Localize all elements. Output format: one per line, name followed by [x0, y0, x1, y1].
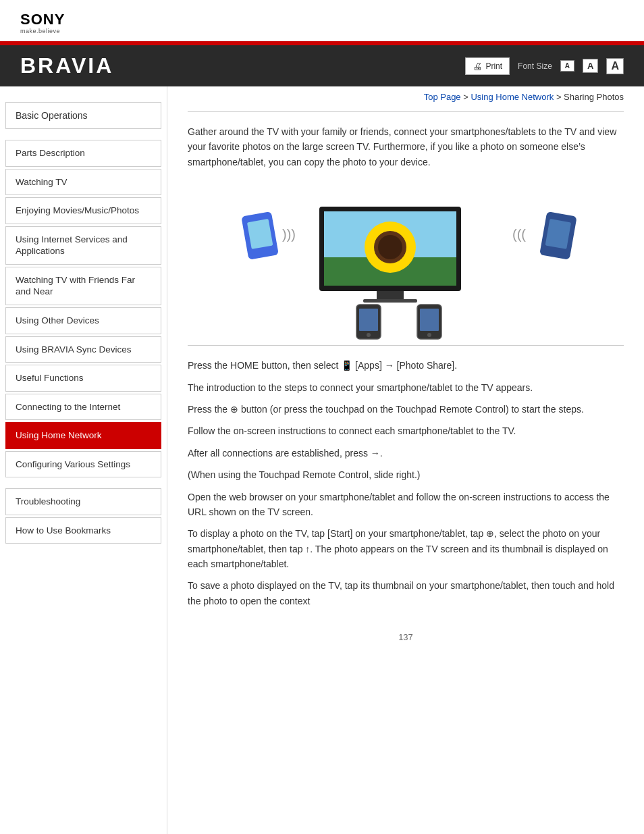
breadcrumb-sep2: > — [554, 92, 564, 102]
sidebar-item-useful-functions[interactable]: Useful Functions — [5, 365, 161, 392]
step6-text: (When using the Touchpad Remote Control,… — [188, 467, 624, 482]
sony-logo: SONY — [20, 12, 624, 27]
breadcrumb-using-home-network[interactable]: Using Home Network — [471, 92, 554, 102]
print-label: Print — [485, 61, 502, 71]
intro-text: Gather around the TV with your family or… — [188, 124, 624, 170]
content-area: Top Page > Using Home Network > Sharing … — [167, 86, 644, 834]
logo-area: SONY make.believe — [0, 0, 644, 41]
sony-tagline: make.believe — [20, 28, 624, 34]
step4-text: Follow the on-screen instructions to con… — [188, 423, 624, 438]
breadcrumb-current: Sharing Photos — [564, 92, 624, 102]
page-wrapper: SONY make.believe BRAVIA 🖨 Print Font Si… — [0, 0, 644, 834]
phone-right — [536, 210, 576, 266]
sidebar-item-using-home-network[interactable]: Using Home Network — [5, 422, 161, 449]
step2-text: The introduction to the steps to connect… — [188, 380, 624, 395]
sidebar-item-parts-description[interactable]: Parts Description — [5, 140, 161, 167]
step9-text: To save a photo displayed on the TV, tap… — [188, 578, 624, 608]
font-large-button[interactable]: A — [606, 58, 624, 74]
sidebar-item-bravia-sync[interactable]: Using BRAVIA Sync Devices — [5, 336, 161, 363]
wifi-signal-left: ))) — [282, 227, 296, 242]
svg-rect-13 — [359, 309, 378, 331]
svg-rect-8 — [377, 291, 404, 301]
print-button[interactable]: 🖨 Print — [465, 57, 510, 75]
svg-point-7 — [378, 235, 402, 259]
header-controls: 🖨 Print Font Size A A A — [465, 57, 624, 75]
svg-point-17 — [427, 333, 431, 337]
sidebar-item-enjoying-movies[interactable]: Enjoying Movies/Music/Photos — [5, 197, 161, 224]
font-size-label: Font Size — [518, 61, 552, 71]
small-phone-left — [355, 303, 382, 342]
print-icon: 🖨 — [473, 61, 482, 72]
svg-point-14 — [367, 333, 371, 337]
breadcrumb-top-page[interactable]: Top Page — [424, 92, 461, 102]
tv-illustration — [316, 203, 464, 307]
page-number: 137 — [188, 622, 624, 646]
svg-rect-1 — [247, 219, 273, 249]
step5-text: After all connections are established, p… — [188, 446, 624, 461]
sidebar-item-troubleshooting[interactable]: Troubleshooting — [5, 488, 161, 515]
step7-text: Open the web browser on your smartphone/… — [188, 490, 624, 520]
intro-section: Gather around the TV with your family or… — [188, 118, 624, 183]
bravia-title: BRAVIA — [20, 53, 113, 78]
breadcrumb: Top Page > Using Home Network > Sharing … — [188, 86, 624, 106]
sidebar-item-watching-tv-friends[interactable]: Watching TV with Friends Far and Near — [5, 267, 161, 305]
svg-rect-9 — [363, 299, 417, 303]
sidebar-item-basic-operations[interactable]: Basic Operations — [5, 102, 161, 129]
sidebar-item-connecting-internet[interactable]: Connecting to the Internet — [5, 394, 161, 421]
divider-top — [188, 111, 624, 112]
wifi-signal-right: ((( — [512, 227, 526, 242]
font-medium-button[interactable]: A — [583, 59, 598, 73]
step1-text: Press the HOME button, then select 📱 [Ap… — [188, 358, 624, 373]
sidebar-item-internet-services[interactable]: Using Internet Services and Applications — [5, 226, 161, 265]
svg-rect-16 — [420, 309, 439, 331]
step8-text: To display a photo on the TV, tap [Start… — [188, 526, 624, 571]
small-phone-right — [416, 303, 443, 342]
sidebar-item-how-to-use[interactable]: How to Use Bookmarks — [5, 517, 161, 544]
phone-left — [242, 210, 282, 266]
steps-section: Press the HOME button, then select 📱 [Ap… — [188, 351, 624, 622]
main-layout: Basic Operations Parts Description Watch… — [0, 86, 644, 834]
illustration-area: ))) — [188, 197, 624, 332]
breadcrumb-sep1: > — [461, 92, 471, 102]
divider-mid — [188, 345, 624, 346]
font-small-button[interactable]: A — [560, 60, 574, 72]
sidebar-item-watching-tv[interactable]: Watching TV — [5, 169, 161, 196]
small-devices-row — [355, 303, 443, 342]
sidebar-item-configuring-settings[interactable]: Configuring Various Settings — [5, 451, 161, 478]
step3-text: Press the ⊕ button (or press the touchpa… — [188, 402, 624, 417]
sidebar: Basic Operations Parts Description Watch… — [0, 86, 167, 834]
header: BRAVIA 🖨 Print Font Size A A A — [0, 45, 644, 86]
sidebar-item-other-devices[interactable]: Using Other Devices — [5, 307, 161, 334]
svg-rect-11 — [545, 219, 571, 249]
